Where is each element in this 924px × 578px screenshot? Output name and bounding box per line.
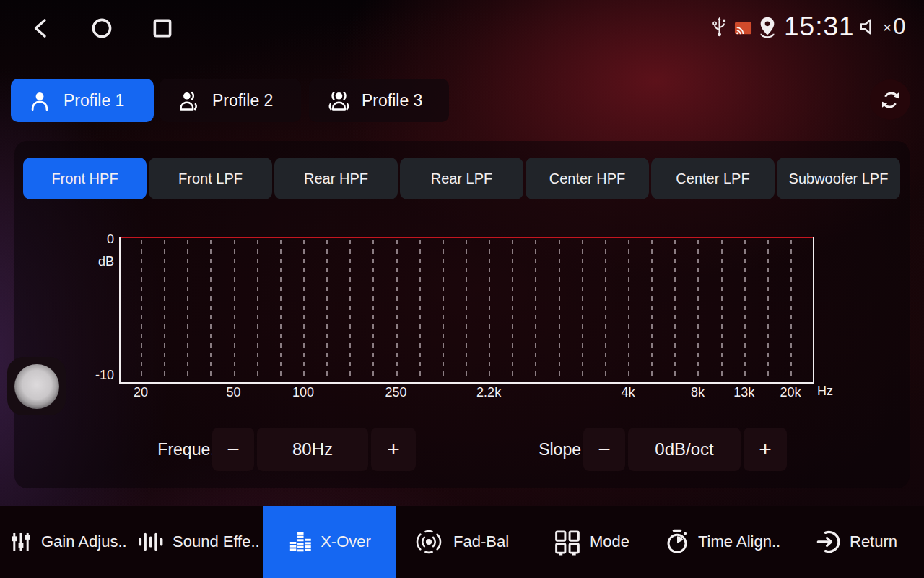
y-tick-0: 0 (71, 232, 114, 247)
user-icon (28, 88, 53, 113)
plot-area (119, 237, 814, 384)
profile-2-label: Profile 2 (212, 91, 273, 111)
volume-value: 0 (893, 14, 905, 40)
gridline (582, 240, 583, 381)
tab-label: Center LPF (676, 171, 749, 187)
user-sound-icon (177, 88, 202, 113)
gridline (651, 240, 653, 381)
back-icon (29, 16, 53, 40)
profile-3-label: Profile 3 (362, 91, 422, 111)
tab-subwoofer-lpf[interactable]: Subwoofer LPF (777, 158, 900, 199)
frequency-label: Freque.. (130, 428, 219, 471)
x-tick-label: 250 (385, 385, 407, 400)
frequency-minus-button[interactable]: − (212, 428, 254, 471)
equalizer-icon (288, 530, 313, 554)
x-tick-label: 20k (780, 385, 801, 400)
gridline (396, 240, 398, 381)
volume-indicator: × 0 (858, 14, 906, 40)
nav-xover[interactable]: X-Over (263, 506, 396, 578)
tab-label: Center HPF (549, 171, 626, 187)
nav-label: X-Over (321, 532, 371, 551)
recents-button[interactable] (149, 14, 176, 42)
nav-mode[interactable]: Mode (553, 506, 629, 578)
tab-label: Front HPF (51, 171, 118, 187)
gridline (164, 240, 165, 381)
home-icon (90, 16, 114, 40)
profile-1-button[interactable]: Profile 1 (11, 79, 154, 122)
nav-label: Mode (590, 532, 629, 551)
nav-gain-adjust[interactable]: Gain Adjus.. (9, 506, 127, 578)
tab-rear-lpf[interactable]: Rear LPF (400, 158, 523, 199)
nav-label: Sound Effe.. (173, 532, 260, 551)
gridline (187, 240, 188, 381)
user-sound-both-icon (326, 88, 352, 113)
profile-1-label: Profile 1 (64, 91, 124, 111)
tab-label: Subwoofer LPF (789, 171, 889, 187)
reset-button[interactable] (870, 79, 910, 120)
tab-front-hpf[interactable]: Front HPF (23, 158, 147, 199)
x-tick-label: 20 (134, 385, 148, 400)
nav-label: Return (850, 532, 897, 551)
volume-times-glyph: × (883, 19, 892, 36)
nav-sound-effect[interactable]: Sound Effe.. (137, 506, 260, 578)
bottom-nav-bar: Gain Adjus.. Sound Effe.. (0, 506, 924, 578)
y-axis-label: dB (71, 254, 114, 269)
x-tick-label: 50 (227, 385, 241, 400)
nav-fad-bal[interactable]: Fad-Bal (412, 506, 509, 578)
xover-panel: Front HPF Front LPF Rear HPF Rear LPF Ce… (14, 141, 910, 488)
back-button[interactable] (27, 14, 55, 42)
home-button[interactable] (88, 14, 116, 42)
return-icon (816, 529, 842, 555)
slope-value: 0dB/oct (628, 428, 741, 471)
tab-label: Front LPF (178, 171, 243, 187)
gridline (210, 240, 212, 381)
gridline (349, 240, 351, 381)
gridline (790, 240, 792, 381)
slope-minus-button[interactable]: − (583, 428, 625, 471)
gridline (628, 240, 629, 381)
gridline (141, 240, 142, 381)
gridline (419, 240, 421, 381)
gridline (512, 240, 513, 381)
gridline (721, 240, 723, 381)
gridline (326, 240, 328, 381)
gridline (744, 240, 746, 381)
x-tick-label: 2.2k (476, 385, 501, 400)
status-bar: 15:31 × 0 (0, 0, 924, 58)
frequency-plus-button[interactable]: + (371, 428, 416, 471)
floating-knob-button[interactable] (7, 357, 66, 415)
x-tick-label: 100 (292, 385, 314, 400)
volume-muted-icon (858, 14, 881, 39)
x-tick-label: 4k (621, 385, 635, 400)
sync-icon (879, 89, 902, 111)
location-icon (757, 16, 778, 39)
profile-2-button[interactable]: Profile 2 (160, 79, 301, 122)
gridline (767, 240, 769, 381)
slope-plus-button[interactable]: + (744, 428, 787, 471)
gridline (234, 240, 235, 381)
gridline (605, 240, 606, 381)
gridline (535, 240, 536, 381)
tab-rear-hpf[interactable]: Rear HPF (274, 158, 398, 199)
tab-center-lpf[interactable]: Center LPF (651, 158, 775, 199)
nav-label: Gain Adjus.. (41, 532, 127, 551)
y-tick-neg10: -10 (71, 368, 114, 383)
gridline (674, 240, 676, 381)
gridline (443, 240, 444, 381)
gain-icon (9, 530, 33, 554)
x-tick-label: 13k (733, 385, 754, 400)
gridline (303, 240, 305, 381)
nav-time-align[interactable]: Time Align.. (664, 506, 780, 578)
tab-center-hpf[interactable]: Center HPF (526, 158, 649, 199)
gridline (559, 240, 560, 381)
gridline (372, 240, 374, 381)
usb-icon (710, 16, 728, 38)
stopwatch-icon (664, 528, 690, 556)
gridline (280, 240, 282, 381)
tab-front-lpf[interactable]: Front LPF (149, 158, 272, 199)
cast-icon (733, 20, 753, 36)
nav-label: Fad-Bal (453, 532, 509, 551)
nav-return[interactable]: Return (816, 506, 897, 578)
x-axis-unit: Hz (817, 384, 833, 399)
profile-3-button[interactable]: Profile 3 (309, 79, 449, 122)
